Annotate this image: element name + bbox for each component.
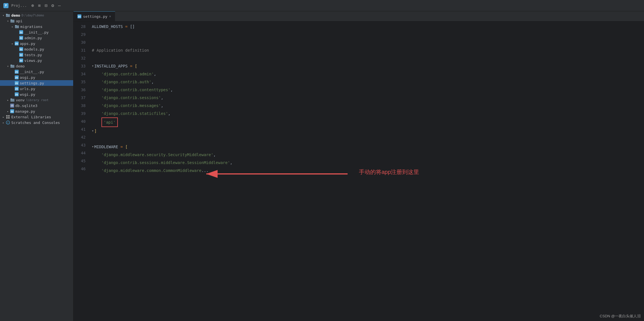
py-file-icon: py <box>19 36 23 40</box>
minimize-icon[interactable]: — <box>58 3 61 8</box>
svg-rect-13 <box>8 117 10 119</box>
sidebar-item-tests[interactable]: py tests.py <box>0 52 73 58</box>
folder-icon <box>15 24 19 29</box>
line-numbers: 28 29 30 31 32 33 34 35 36 37 38 39 40 4… <box>73 21 89 321</box>
code-line-43: ▾ MIDDLEWARE = [ <box>92 143 644 151</box>
tab-filename: settings.py <box>83 14 107 19</box>
tab-close-button[interactable]: × <box>109 14 111 18</box>
demo-label: demo <box>11 13 20 18</box>
folder-icon <box>10 98 15 102</box>
fold-icon[interactable]: ▾ <box>92 62 94 70</box>
py-file-icon: py <box>15 70 19 74</box>
spacer <box>10 92 15 97</box>
sidebar-item-urls[interactable]: py urls.py <box>0 86 73 91</box>
sidebar: demo D:\day7\demo api migrations <box>0 11 73 321</box>
sidebar-item-apps[interactable]: py apps.py <box>0 41 73 46</box>
spacer <box>15 53 19 57</box>
list-icon[interactable]: ≡ <box>38 3 41 8</box>
svg-rect-11 <box>8 115 10 117</box>
py-file-icon: py <box>15 81 19 85</box>
folder-icon <box>6 13 10 18</box>
sidebar-item-migrations[interactable]: migrations <box>0 24 73 29</box>
code-line-35: 'django.contrib.auth', <box>92 78 644 86</box>
asgi-label: asgi.py <box>20 75 35 80</box>
venv-label: venv <box>16 98 25 102</box>
spacer <box>10 69 15 74</box>
sidebar-item-venv[interactable]: venv library root <box>0 97 73 103</box>
init-api-label: __init__.py <box>24 30 49 34</box>
py-file-icon: py <box>19 30 23 34</box>
fold-icon[interactable]: ▾ <box>92 127 94 135</box>
sidebar-item-admin[interactable]: py admin.py <box>0 35 73 41</box>
sidebar-item-api[interactable]: api <box>0 18 73 24</box>
code-line-28: ALLOWED_HOSTS = [] <box>92 23 644 30</box>
svg-text:>_: >_ <box>7 122 10 124</box>
urls-label: urls.py <box>20 87 35 91</box>
sidebar-item-demo-root[interactable]: demo D:\day7\demo <box>0 12 73 18</box>
add-icon[interactable]: ⊕ <box>31 3 34 8</box>
code-line-46: 'django.middleware.common.CommonMiddlewa… <box>92 167 644 174</box>
code-line-29 <box>92 30 644 38</box>
migrations-label: migrations <box>20 25 42 29</box>
demo-path: D:\day7\demo <box>21 14 44 17</box>
folder-icon <box>10 19 15 23</box>
scratches-label: Scratches and Consoles <box>11 121 60 125</box>
spacer <box>15 58 19 63</box>
py-file-icon: py <box>19 47 23 51</box>
settings-tab[interactable]: py settings.py × <box>73 11 115 21</box>
settings-label: settings.py <box>20 81 44 85</box>
svg-rect-12 <box>6 117 8 119</box>
code-line-36: 'django.contrib.contenttypes', <box>92 86 644 94</box>
sidebar-item-manage[interactable]: py manage.py <box>0 108 73 114</box>
arrow-icon <box>6 64 10 68</box>
title-bar-controls: ⊕ ≡ ⊟ ⚙ — <box>31 3 61 8</box>
settings-icon[interactable]: ⚙ <box>51 3 54 8</box>
sidebar-item-asgi[interactable]: py asgi.py <box>0 75 73 80</box>
sidebar-item-models[interactable]: py models.py <box>0 46 73 52</box>
external-label: External Libraries <box>11 115 51 119</box>
svg-rect-10 <box>6 115 8 117</box>
sidebar-item-scratches[interactable]: >_ Scratches and Consoles <box>0 120 73 125</box>
wsgi-label: wsgi.py <box>20 92 35 97</box>
code-line-40: 'api' <box>92 117 644 127</box>
api-label: api <box>16 19 22 23</box>
code-line-37: 'django.contrib.sessions', <box>92 94 644 102</box>
arrow-icon <box>10 24 15 29</box>
arrow-icon <box>6 109 10 113</box>
code-editor: 28 29 30 31 32 33 34 35 36 37 38 39 40 4… <box>73 21 644 321</box>
svg-rect-9 <box>10 99 12 99</box>
code-line-34: 'django.contrib.admin', <box>92 70 644 78</box>
svg-rect-5 <box>15 25 17 26</box>
code-line-41: ▾] <box>92 127 644 135</box>
sidebar-item-db[interactable]: db db.sqlite3 <box>0 103 73 108</box>
spacer <box>15 30 19 34</box>
sidebar-item-settings[interactable]: py settings.py <box>0 80 73 86</box>
project-title: Proj... <box>11 3 27 8</box>
arrow-icon <box>1 13 6 18</box>
svg-rect-1 <box>6 14 8 15</box>
py-file-icon: py <box>19 53 23 57</box>
highlighted-api: 'api' <box>101 117 118 127</box>
py-file-icon: py <box>15 92 19 96</box>
spacer <box>15 47 19 51</box>
tab-bar: py settings.py × <box>73 11 644 21</box>
sidebar-item-init-demo[interactable]: py __init__.py <box>0 69 73 75</box>
py-file-icon: py <box>19 58 23 62</box>
code-line-30 <box>92 38 644 46</box>
arrow-icon <box>6 98 10 102</box>
sidebar-item-wsgi[interactable]: py wsgi.py <box>0 91 73 97</box>
fold-icon[interactable]: ▾ <box>92 143 94 151</box>
sidebar-item-demo-inner[interactable]: demo <box>0 63 73 69</box>
tab-py-icon: py <box>77 14 81 18</box>
admin-label: admin.py <box>24 36 42 40</box>
code-line-33: ▾ INSTALLED_APPS = [ <box>92 62 644 70</box>
code-content[interactable]: ALLOWED_HOSTS = [] # Application definit… <box>89 21 644 321</box>
spacer <box>10 81 15 85</box>
title-bar-left: P Proj... <box>3 3 27 8</box>
sidebar-item-views[interactable]: py views.py <box>0 58 73 63</box>
list2-icon[interactable]: ⊟ <box>45 3 47 8</box>
sidebar-item-init-api[interactable]: py __init__.py <box>0 29 73 35</box>
sidebar-item-external[interactable]: External Libraries <box>0 114 73 120</box>
main-layout: demo D:\day7\demo api migrations <box>0 11 644 321</box>
demo-inner-label: demo <box>16 64 25 68</box>
